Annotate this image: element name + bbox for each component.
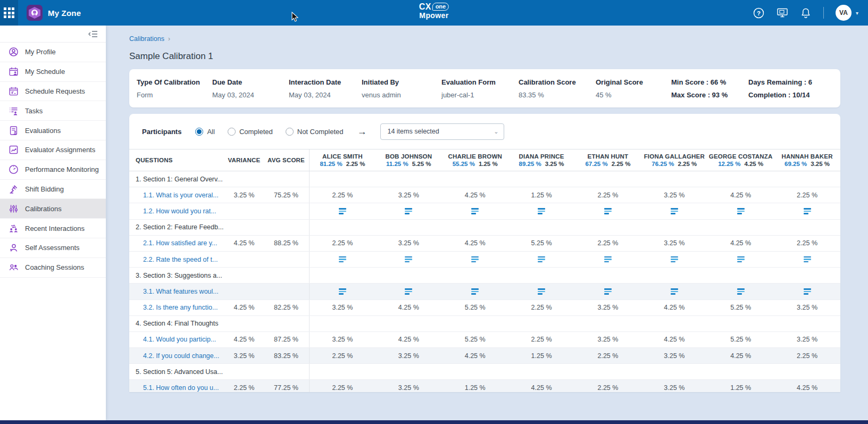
participant-cell bbox=[575, 203, 641, 219]
help-icon[interactable]: ? bbox=[753, 7, 765, 19]
comment-icon[interactable] bbox=[604, 256, 612, 263]
comment-icon[interactable] bbox=[604, 288, 612, 295]
sidebar-item-evaluator-assignments[interactable]: Evaluator Assignments bbox=[0, 140, 106, 160]
question-link[interactable]: 4.2. If you could change... bbox=[129, 352, 225, 360]
section-row-spacer bbox=[309, 220, 840, 235]
question-link[interactable]: 5.1. How often do you u... bbox=[129, 384, 225, 392]
radio-option-all[interactable]: All bbox=[195, 128, 214, 136]
participant-variance: 2.25 % bbox=[346, 161, 365, 167]
avg-score-value: 75.25 % bbox=[263, 192, 309, 199]
sidebar-item-schedule-requests[interactable]: Schedule Requests bbox=[0, 82, 106, 102]
participant-cell bbox=[375, 284, 442, 299]
sidebar-item-label: Tasks bbox=[25, 107, 43, 115]
comment-icon[interactable] bbox=[339, 256, 346, 263]
radio-label: All bbox=[207, 128, 214, 136]
sidebar-item-performance-monitoring[interactable]: Performance Monitoring bbox=[0, 160, 106, 180]
participant-scores: 89.25 %3.25 % bbox=[519, 161, 564, 167]
participant-cell: 2.25 % bbox=[575, 187, 641, 203]
summary-field: Evaluation Formjuber-cal-1 bbox=[441, 78, 519, 99]
sidebar-item-my-profile[interactable]: My Profile bbox=[0, 43, 106, 62]
sidebar-item-my-schedule[interactable]: My Schedule bbox=[0, 62, 106, 82]
comment-icon[interactable] bbox=[339, 208, 346, 214]
participant-score: 69.25 % bbox=[784, 161, 807, 167]
radio-option-not-completed[interactable]: Not Completed bbox=[286, 128, 344, 136]
sidebar-item-calibrations[interactable]: Calibrations bbox=[0, 199, 106, 219]
participant-cell: 1.25 % bbox=[508, 187, 575, 203]
comment-icon[interactable] bbox=[737, 208, 745, 214]
participants-dropdown[interactable]: 14 items selected ⌄ bbox=[380, 123, 504, 140]
question-link[interactable]: 4.1. Would you particip... bbox=[129, 336, 225, 343]
chart-assignments-icon bbox=[8, 145, 19, 155]
participant-cell: 3.25 % bbox=[309, 332, 375, 347]
notifications-bell-icon[interactable] bbox=[800, 7, 812, 19]
participant-cell bbox=[375, 252, 442, 267]
participant-variance: 2.25 % bbox=[612, 161, 631, 167]
max-score: Max Score : 93 % bbox=[671, 91, 748, 99]
comment-icon[interactable] bbox=[671, 208, 678, 214]
comment-icon[interactable] bbox=[804, 208, 811, 214]
sidebar-item-recent-interactions[interactable]: Recent Interactions bbox=[0, 219, 106, 238]
score-value: 4.25 % bbox=[664, 304, 685, 311]
table-row-section: 4. Section 4: Final Thoughts bbox=[129, 316, 840, 332]
participant-cell bbox=[309, 284, 375, 299]
comment-icon[interactable] bbox=[339, 288, 346, 295]
comment-icon[interactable] bbox=[405, 288, 412, 295]
question-link[interactable]: 1.2. How would you rat... bbox=[129, 207, 225, 215]
sidebar-item-self-assessments[interactable]: Self Assessments bbox=[0, 238, 106, 258]
sidebar-item-tasks[interactable]: Tasks bbox=[0, 101, 106, 121]
question-link[interactable]: 3.1. What features woul... bbox=[129, 288, 225, 295]
comment-icon[interactable] bbox=[538, 288, 545, 295]
question-link[interactable]: 3.2. Is there any functio... bbox=[129, 304, 225, 311]
comment-icon[interactable] bbox=[538, 256, 545, 263]
question-link[interactable]: 2.2. Rate the speed of t... bbox=[129, 256, 225, 263]
comment-icon[interactable] bbox=[471, 256, 479, 263]
participant-name: FIONA GALLAGHER bbox=[644, 153, 705, 160]
sidebar-item-shift-bidding[interactable]: Shift Bidding bbox=[0, 180, 106, 199]
comment-icon[interactable] bbox=[405, 256, 412, 263]
breadcrumb-calibrations-link[interactable]: Calibrations bbox=[129, 35, 164, 43]
sidebar-item-label: Self Assessments bbox=[25, 244, 80, 252]
avg-score-value: 77.25 % bbox=[263, 384, 309, 392]
variance-value: 4.25 % bbox=[225, 336, 263, 343]
participant-cell: 3.25 % bbox=[641, 348, 707, 363]
section-label: 1. Section 1: General Overv... bbox=[129, 176, 309, 183]
comment-icon[interactable] bbox=[737, 256, 745, 263]
participant-scores: 81.25 %2.25 % bbox=[320, 161, 365, 167]
app-brand: My Zone bbox=[27, 5, 81, 21]
avatar-caret-icon[interactable]: ▾ bbox=[856, 10, 858, 16]
comment-icon[interactable] bbox=[737, 288, 745, 295]
question-link[interactable]: 1.1. What is your overal... bbox=[129, 192, 225, 199]
comment-icon[interactable] bbox=[538, 208, 545, 214]
comment-icon[interactable] bbox=[671, 288, 678, 295]
participant-cell bbox=[707, 252, 774, 267]
comment-icon[interactable] bbox=[405, 208, 412, 214]
participant-cell bbox=[707, 203, 774, 219]
screen-share-icon[interactable] bbox=[777, 7, 788, 19]
participant-cell bbox=[375, 203, 442, 219]
sidebar-item-evaluations[interactable]: Evaluations bbox=[0, 121, 106, 140]
score-value: 2.25 % bbox=[597, 239, 618, 247]
score-value: 3.25 % bbox=[332, 304, 353, 311]
radio-option-completed[interactable]: Completed bbox=[228, 128, 273, 136]
sidebar-item-coaching-sessions[interactable]: Coaching Sessions bbox=[0, 258, 106, 278]
score-value: 4.25 % bbox=[398, 336, 419, 343]
sidebar-collapse-icon[interactable] bbox=[88, 30, 98, 38]
comment-icon[interactable] bbox=[604, 208, 612, 214]
arrow-right-icon: → bbox=[357, 126, 366, 137]
score-value: 4.25 % bbox=[465, 239, 486, 247]
sidebar-item-label: My Profile bbox=[25, 48, 56, 56]
apps-grid-icon[interactable] bbox=[0, 0, 18, 26]
comment-icon[interactable] bbox=[471, 208, 479, 214]
participant-cell: 4.25 % bbox=[707, 187, 774, 203]
comment-icon[interactable] bbox=[804, 256, 811, 263]
comment-icon[interactable] bbox=[804, 288, 811, 295]
variance-value: 2.25 % bbox=[225, 384, 263, 392]
comment-icon[interactable] bbox=[671, 256, 678, 263]
participant-scores: 12.25 %4.25 % bbox=[718, 161, 763, 167]
participant-cell: 2.25 % bbox=[575, 380, 641, 392]
question-link[interactable]: 2.1. How satisfied are y... bbox=[129, 239, 225, 247]
section-row-spacer bbox=[309, 171, 840, 187]
comment-icon[interactable] bbox=[471, 288, 479, 295]
section-row-spacer bbox=[309, 268, 840, 283]
user-avatar[interactable]: VA bbox=[836, 5, 852, 21]
